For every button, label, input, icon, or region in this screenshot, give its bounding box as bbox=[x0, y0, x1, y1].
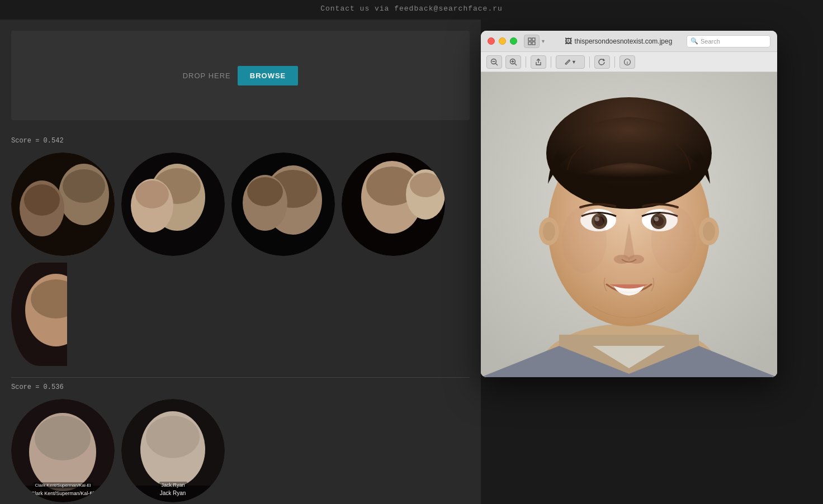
svg-rect-53 bbox=[532, 38, 535, 41]
preview-search-container[interactable]: 🔍 Search bbox=[687, 35, 770, 47]
preview-window: ▼ 🖼 thispersondoesnotexist.com.jpeg 🔍 Se… bbox=[481, 31, 777, 377]
face-grid-1 bbox=[11, 153, 470, 366]
face-label-jackryan: Jack Ryan bbox=[159, 482, 187, 488]
browse-button[interactable]: BROWSE bbox=[238, 66, 299, 85]
traffic-lights bbox=[488, 37, 517, 45]
face-result-2-1[interactable]: Clark Kent/Superman/Kal-El Clark Kent/Su… bbox=[11, 399, 115, 502]
preview-filename: thispersondoesnotexist.com.jpeg bbox=[575, 37, 673, 45]
face-label-superman: Clark Kent/Superman/Kal-El bbox=[32, 482, 93, 488]
rotate-button[interactable] bbox=[594, 55, 610, 69]
maximize-button[interactable] bbox=[510, 37, 517, 45]
svg-rect-20 bbox=[231, 153, 335, 256]
preview-title: 🖼 thispersondoesnotexist.com.jpeg bbox=[550, 37, 687, 45]
score-label-2: Score = 0.536 bbox=[11, 383, 470, 391]
separator-4 bbox=[614, 56, 615, 68]
share-button[interactable] bbox=[531, 55, 546, 69]
svg-point-72 bbox=[543, 222, 555, 241]
separator-1 bbox=[526, 56, 526, 68]
svg-rect-52 bbox=[528, 38, 531, 41]
search-placeholder: Search bbox=[701, 38, 720, 45]
face-result-1-3[interactable] bbox=[231, 153, 335, 256]
svg-point-85 bbox=[651, 206, 696, 273]
score-label-1: Score = 0.542 bbox=[11, 137, 470, 145]
svg-point-73 bbox=[703, 222, 715, 241]
svg-rect-6 bbox=[11, 153, 115, 256]
separator-3 bbox=[589, 56, 590, 68]
face-result-1-1[interactable] bbox=[11, 153, 115, 256]
face-result-1-5-partial[interactable] bbox=[11, 263, 67, 366]
search-app: DROP HERE BROWSE Score = 0.542 bbox=[0, 20, 481, 504]
upload-area[interactable]: DROP HERE BROWSE bbox=[11, 31, 470, 120]
grid-view-button[interactable] bbox=[524, 35, 540, 48]
minimize-button[interactable] bbox=[499, 37, 506, 45]
svg-point-84 bbox=[562, 206, 607, 273]
preview-titlebar: ▼ 🖼 thispersondoesnotexist.com.jpeg 🔍 Se… bbox=[481, 31, 777, 52]
search-icon: 🔍 bbox=[690, 37, 698, 45]
svg-line-58 bbox=[496, 63, 498, 65]
portrait-svg bbox=[481, 72, 777, 377]
svg-rect-54 bbox=[528, 42, 531, 45]
face-grid-2: Clark Kent/Superman/Kal-El Clark Kent/Su… bbox=[11, 399, 470, 502]
titlebar-icons: ▼ bbox=[524, 35, 546, 48]
zoom-in-button[interactable] bbox=[505, 55, 521, 69]
svg-line-62 bbox=[515, 63, 517, 65]
svg-rect-27 bbox=[342, 153, 445, 256]
svg-text:Clark Kent/Superman/Kal-El: Clark Kent/Superman/Kal-El bbox=[31, 491, 94, 496]
close-button[interactable] bbox=[488, 37, 495, 45]
face-result-1-2[interactable] bbox=[121, 153, 225, 256]
svg-point-34 bbox=[35, 416, 91, 460]
results-section-1: Score = 0.542 bbox=[0, 131, 481, 377]
file-icon: 🖼 bbox=[565, 37, 572, 45]
svg-rect-13 bbox=[121, 153, 225, 256]
zoom-out-button[interactable] bbox=[486, 55, 502, 69]
face-result-2-2[interactable]: Jack Ryan Jack Ryan bbox=[121, 399, 225, 502]
svg-text:i: i bbox=[627, 60, 628, 64]
svg-text:Jack Ryan: Jack Ryan bbox=[160, 490, 186, 496]
preview-image-area bbox=[481, 72, 777, 377]
results-section-2: Score = 0.536 Clark Kent/Superman/Kal-El… bbox=[0, 378, 481, 504]
preview-face-portrait bbox=[481, 72, 777, 377]
drop-here-label: DROP HERE bbox=[183, 72, 231, 80]
contact-bar: Contact us via feedback@searchface.ru bbox=[0, 0, 823, 17]
svg-rect-55 bbox=[532, 42, 535, 45]
svg-point-40 bbox=[146, 416, 200, 458]
info-button[interactable]: i bbox=[619, 55, 635, 69]
separator-2 bbox=[551, 56, 551, 68]
preview-toolbar: ▼ i bbox=[481, 52, 777, 72]
annotate-button[interactable]: ▼ bbox=[556, 55, 585, 69]
contact-text: Contact us via feedback@searchface.ru bbox=[320, 4, 503, 13]
face-result-1-4[interactable] bbox=[342, 153, 445, 256]
